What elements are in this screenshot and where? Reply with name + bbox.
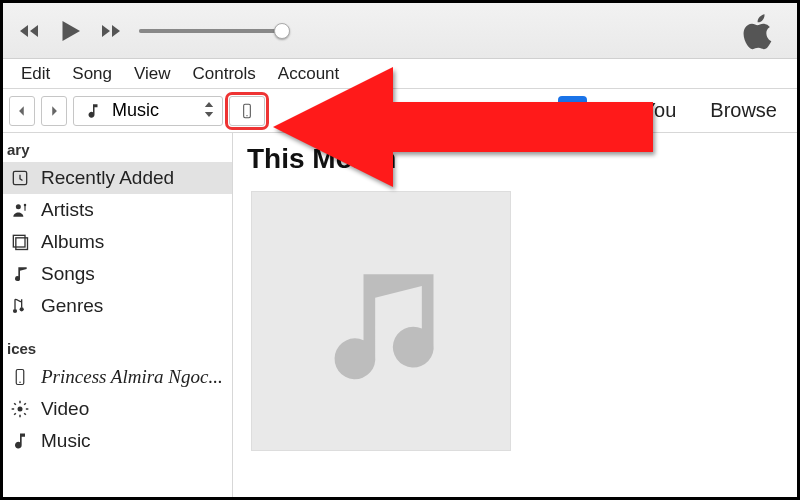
sidebar-item-label: Video bbox=[41, 398, 89, 420]
titlebar bbox=[3, 3, 797, 59]
content-heading: This Month bbox=[247, 143, 783, 175]
content-area: This Month bbox=[233, 133, 797, 497]
artist-icon bbox=[9, 199, 31, 221]
menu-controls[interactable]: Controls bbox=[183, 60, 266, 88]
tab-for-you[interactable]: For You bbox=[593, 99, 690, 122]
music-note-icon bbox=[9, 430, 31, 452]
sidebar-item-artists[interactable]: Artists bbox=[3, 194, 232, 226]
svg-point-7 bbox=[13, 309, 17, 313]
rewind-button[interactable] bbox=[15, 17, 43, 45]
play-button[interactable] bbox=[53, 14, 87, 48]
toolbar: Music y For You Browse bbox=[3, 89, 797, 133]
songs-icon bbox=[9, 263, 31, 285]
playback-controls bbox=[15, 14, 125, 48]
sidebar-item-albums[interactable]: Albums bbox=[3, 226, 232, 258]
gear-icon bbox=[9, 398, 31, 420]
sidebar-item-label: Princess Almira Ngoc... bbox=[41, 366, 223, 388]
sidebar-item-label: Music bbox=[41, 430, 91, 452]
svg-point-10 bbox=[19, 382, 21, 384]
album-icon bbox=[9, 231, 31, 253]
forward-button[interactable] bbox=[97, 17, 125, 45]
clock-icon bbox=[9, 167, 31, 189]
sidebar-item-music[interactable]: Music bbox=[3, 425, 232, 457]
music-note-icon bbox=[311, 251, 451, 391]
tab-browse[interactable]: Browse bbox=[696, 99, 791, 122]
sidebar-item-recently-added[interactable]: Recently Added bbox=[3, 162, 232, 194]
volume-track bbox=[139, 29, 289, 33]
chevron-updown-icon bbox=[204, 102, 214, 119]
genres-icon bbox=[9, 295, 31, 317]
sidebar: ary Recently Added Artists Albums bbox=[3, 133, 233, 497]
volume-thumb[interactable] bbox=[274, 23, 290, 39]
svg-point-11 bbox=[18, 407, 23, 412]
svg-point-8 bbox=[20, 307, 24, 311]
menu-account[interactable]: Account bbox=[268, 60, 349, 88]
menu-edit[interactable]: Edit bbox=[11, 60, 60, 88]
nav-forward-button[interactable] bbox=[41, 96, 67, 126]
media-selector-label: Music bbox=[112, 100, 159, 121]
menu-view[interactable]: View bbox=[124, 60, 181, 88]
menubar: Edit Song View Controls Account bbox=[3, 59, 797, 89]
sidebar-item-genres[interactable]: Genres bbox=[3, 290, 232, 322]
volume-fill bbox=[139, 29, 282, 33]
sidebar-item-label: Genres bbox=[41, 295, 103, 317]
app-window: Edit Song View Controls Account Music y … bbox=[0, 0, 800, 500]
sidebar-item-video[interactable]: Video bbox=[3, 393, 232, 425]
nav-back-button[interactable] bbox=[9, 96, 35, 126]
sidebar-header-library: ary bbox=[3, 135, 232, 162]
apple-logo-icon bbox=[739, 11, 779, 51]
album-placeholder[interactable] bbox=[251, 191, 511, 451]
sidebar-item-songs[interactable]: Songs bbox=[3, 258, 232, 290]
volume-slider[interactable] bbox=[139, 29, 289, 33]
main-area: ary Recently Added Artists Albums bbox=[3, 133, 797, 497]
sidebar-item-label: Albums bbox=[41, 231, 104, 253]
sidebar-item-label: Artists bbox=[41, 199, 94, 221]
tab-library[interactable]: y bbox=[558, 96, 587, 126]
svg-rect-5 bbox=[13, 235, 25, 247]
sidebar-item-label: Songs bbox=[41, 263, 95, 285]
svg-point-3 bbox=[16, 204, 21, 209]
sidebar-header-devices: ices bbox=[3, 334, 232, 361]
sidebar-item-device[interactable]: Princess Almira Ngoc... bbox=[3, 361, 232, 393]
music-note-icon bbox=[82, 100, 104, 122]
menu-song[interactable]: Song bbox=[62, 60, 122, 88]
sidebar-item-label: Recently Added bbox=[41, 167, 174, 189]
svg-point-1 bbox=[246, 115, 247, 116]
device-button[interactable] bbox=[229, 96, 265, 126]
svg-rect-6 bbox=[16, 238, 28, 250]
phone-icon bbox=[9, 366, 31, 388]
media-selector[interactable]: Music bbox=[73, 96, 223, 126]
